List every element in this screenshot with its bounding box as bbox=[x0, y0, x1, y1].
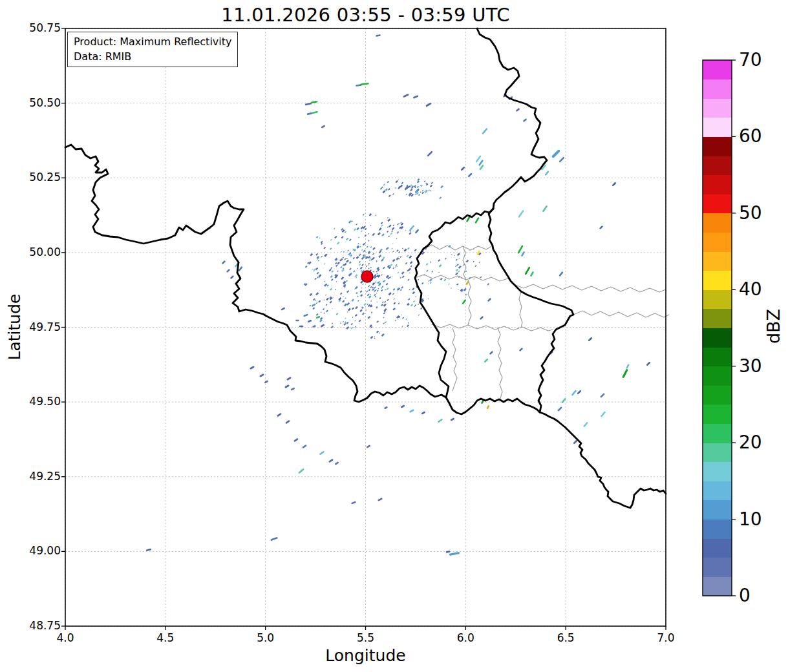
echo-streak bbox=[627, 365, 628, 368]
echo-speckle bbox=[379, 297, 381, 299]
echo-speckle bbox=[361, 264, 364, 266]
echo-speckle bbox=[385, 188, 388, 191]
echo-speckle bbox=[458, 258, 460, 259]
echo-speckle bbox=[378, 288, 379, 289]
echo-speckle bbox=[370, 225, 372, 226]
echo-speckle bbox=[318, 300, 321, 302]
echo-speckle bbox=[430, 261, 432, 263]
echo-streak bbox=[491, 352, 493, 354]
echo-speckle bbox=[406, 255, 409, 257]
echo-speckle bbox=[465, 294, 467, 296]
echo-speckle bbox=[319, 237, 321, 238]
echo-streak bbox=[251, 367, 253, 369]
echo-speckle bbox=[387, 226, 389, 227]
colorbar-tick-label: 50 bbox=[739, 202, 762, 224]
echo-streak bbox=[518, 246, 522, 253]
echo-speckle bbox=[388, 188, 390, 191]
echo-speckle bbox=[376, 273, 378, 275]
echo-speckle bbox=[386, 283, 389, 286]
echo-speckle bbox=[332, 322, 333, 324]
echo-speckle bbox=[305, 266, 308, 268]
echo-speckle bbox=[361, 249, 363, 251]
echo-speckle bbox=[431, 271, 433, 273]
echo-speckle bbox=[439, 196, 442, 199]
echo-streak bbox=[272, 538, 277, 540]
echo-speckle bbox=[335, 258, 337, 260]
echo-speckle bbox=[349, 268, 352, 271]
y-tick-label: 49.00 bbox=[0, 544, 61, 557]
echo-speckle bbox=[321, 243, 323, 245]
colorbar-band bbox=[703, 118, 732, 137]
echo-streak bbox=[560, 158, 564, 162]
colorbar-band bbox=[703, 462, 732, 481]
echo-speckle bbox=[374, 296, 376, 298]
echo-speckle bbox=[420, 191, 421, 193]
echo-speckle bbox=[417, 180, 420, 183]
echo-speckle bbox=[343, 321, 344, 322]
echo-speckle bbox=[400, 256, 402, 258]
echo-speckle bbox=[357, 300, 359, 302]
colorbar-band bbox=[703, 481, 732, 500]
echo-speckle bbox=[366, 291, 368, 293]
echo-speckle bbox=[381, 289, 383, 292]
echo-speckle bbox=[392, 259, 396, 262]
echo-speckle bbox=[331, 326, 334, 328]
echo-streak bbox=[467, 282, 468, 284]
colorbar-tick-label: 20 bbox=[739, 432, 762, 453]
echo-speckle bbox=[458, 270, 460, 273]
echo-streak bbox=[526, 268, 529, 274]
echo-speckle bbox=[335, 262, 337, 264]
echo-speckle bbox=[318, 260, 319, 261]
radar-site-marker bbox=[361, 271, 373, 282]
echo-streak bbox=[451, 553, 459, 554]
echo-speckle bbox=[341, 269, 345, 272]
echo-speckle bbox=[357, 243, 359, 244]
echo-speckle bbox=[405, 262, 407, 264]
echo-speckle bbox=[384, 301, 386, 303]
echo-speckle bbox=[405, 230, 406, 231]
echo-speckle bbox=[384, 308, 387, 311]
echo-speckle bbox=[455, 266, 456, 267]
echo-speckle bbox=[368, 289, 370, 291]
echo-speckle bbox=[381, 233, 384, 236]
echo-speckle bbox=[359, 246, 361, 247]
country-border-luxembourg_germany bbox=[489, 209, 573, 412]
echo-streak bbox=[543, 206, 546, 211]
echo-speckle bbox=[398, 271, 399, 273]
echo-speckle bbox=[313, 270, 314, 271]
echo-speckle bbox=[356, 227, 359, 230]
echo-speckle bbox=[341, 277, 344, 280]
y-tick-label: 49.25 bbox=[0, 470, 61, 483]
echo-speckle bbox=[343, 296, 344, 297]
echo-streak bbox=[330, 460, 332, 462]
echo-speckle bbox=[368, 263, 370, 265]
echo-streak bbox=[531, 272, 533, 275]
echo-speckle bbox=[352, 317, 354, 318]
echo-speckle bbox=[398, 256, 399, 257]
region-border-lux_v5 bbox=[519, 291, 522, 328]
echo-speckle bbox=[394, 299, 395, 300]
echo-speckle bbox=[358, 237, 359, 238]
echo-streak bbox=[286, 386, 288, 388]
echo-speckle bbox=[395, 319, 396, 320]
echo-speckle bbox=[458, 289, 459, 290]
echo-streak bbox=[601, 227, 602, 229]
echo-speckle bbox=[363, 303, 367, 306]
echo-speckle bbox=[438, 259, 440, 262]
echo-speckle bbox=[392, 308, 395, 310]
colorbar-band bbox=[703, 520, 732, 539]
echo-speckle bbox=[373, 271, 375, 273]
x-tick-label: 5.5 bbox=[357, 631, 374, 644]
echo-speckle bbox=[428, 284, 429, 285]
country-border-france_germany bbox=[540, 412, 666, 508]
echo-speckle bbox=[340, 293, 343, 295]
colorbar-band bbox=[703, 347, 732, 366]
echo-speckle bbox=[396, 264, 398, 266]
echo-speckle bbox=[351, 299, 354, 302]
echo-speckle bbox=[312, 307, 315, 310]
echo-speckle bbox=[392, 276, 393, 277]
echo-speckle bbox=[346, 260, 349, 263]
echo-speckle bbox=[343, 284, 346, 287]
echo-speckle bbox=[389, 292, 392, 295]
echo-speckle bbox=[451, 254, 453, 255]
